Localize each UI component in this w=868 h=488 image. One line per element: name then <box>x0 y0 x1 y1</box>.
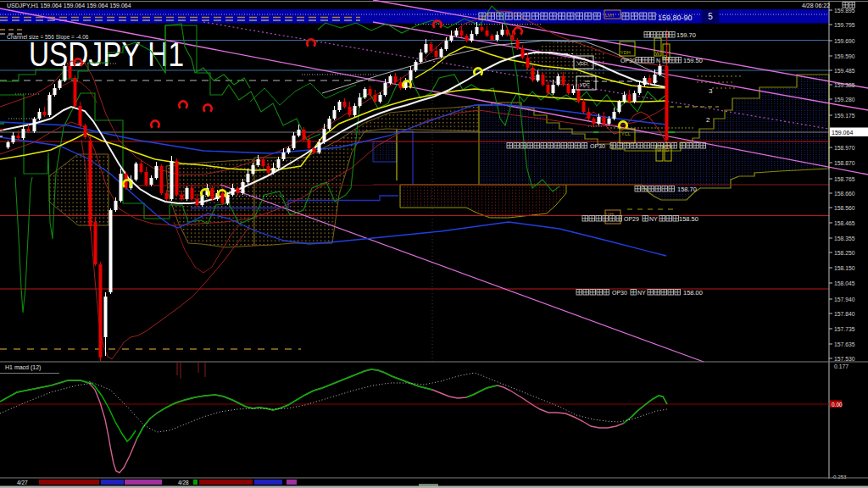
svg-text:158.560: 158.560 <box>834 205 855 211</box>
svg-text:VDC: VDC <box>580 82 590 87</box>
svg-text:158.465: 158.465 <box>834 220 855 226</box>
svg-text:159.70: 159.70 <box>676 31 696 39</box>
svg-text:159.485: 159.485 <box>834 68 855 74</box>
svg-text:-0.253: -0.253 <box>832 474 847 480</box>
svg-text:LVHL: LVHL <box>606 213 615 217</box>
svg-text:H1 macd (12): H1 macd (12) <box>5 364 41 371</box>
svg-text:157.635: 157.635 <box>834 341 855 347</box>
svg-text:158.355: 158.355 <box>834 236 855 241</box>
svg-text:159.385: 159.385 <box>834 82 855 88</box>
svg-text:157.530: 157.530 <box>834 356 855 362</box>
svg-text:157.940: 157.940 <box>834 297 855 302</box>
svg-text:158.00: 158.00 <box>683 289 703 297</box>
svg-text:159.590: 159.590 <box>834 53 855 59</box>
svg-text:LVH: LVH <box>605 13 614 18</box>
svg-text:NY: NY <box>649 216 658 222</box>
svg-text:157.735: 157.735 <box>834 326 855 332</box>
svg-text:159.50: 159.50 <box>683 57 703 64</box>
svg-text:VDO: VDO <box>577 61 588 66</box>
svg-text:3: 3 <box>709 87 713 95</box>
svg-text:5: 5 <box>708 12 713 21</box>
svg-text:Channel size = 556 Slope = -4.: Channel size = 556 Slope = -4.06 <box>7 34 89 41</box>
svg-text:159.795: 159.795 <box>834 22 855 28</box>
svg-text:158.50: 158.50 <box>679 215 698 223</box>
svg-text:159.690: 159.690 <box>834 38 855 44</box>
svg-text:159.280: 159.280 <box>834 97 855 103</box>
svg-text:4/28 06:22: 4/28 06:22 <box>802 3 830 8</box>
svg-text:YDH: YDH <box>620 50 631 55</box>
svg-text:4/28: 4/28 <box>178 480 189 485</box>
svg-text:OP30: OP30 <box>590 143 605 149</box>
svg-text:0.00: 0.00 <box>832 402 843 408</box>
svg-text:YCL: YCL <box>621 131 631 136</box>
svg-text:158.045: 158.045 <box>834 280 855 286</box>
svg-text:OP30: OP30 <box>612 290 627 296</box>
svg-text:158.70: 158.70 <box>677 186 697 193</box>
svg-text:0.177: 0.177 <box>834 363 849 369</box>
svg-text:OP29: OP29 <box>624 216 639 222</box>
svg-text:N: N <box>656 58 660 64</box>
svg-text:OP30: OP30 <box>620 58 636 64</box>
svg-text:158.660: 158.660 <box>834 191 855 197</box>
svg-text:4/27: 4/27 <box>17 480 28 485</box>
svg-text:158.970: 158.970 <box>834 145 855 151</box>
svg-text:2: 2 <box>706 116 710 124</box>
svg-text:159.064: 159.064 <box>832 130 853 136</box>
svg-text:W: W <box>655 51 660 56</box>
svg-text:USDJPY,H1 159.064 159.064 159: USDJPY,H1 159.064 159.064 159.064 159.06… <box>7 3 131 8</box>
svg-text:158.870: 158.870 <box>834 160 855 166</box>
svg-text:158.150: 158.150 <box>834 265 855 271</box>
svg-text:159,80-90: 159,80-90 <box>658 14 693 22</box>
svg-text:158.765: 158.765 <box>834 176 855 182</box>
svg-text:158.250: 158.250 <box>834 250 855 256</box>
svg-text:157.840: 157.840 <box>834 311 855 317</box>
svg-text:159.175: 159.175 <box>834 113 855 119</box>
svg-text:NY: NY <box>637 290 646 296</box>
svg-text:159.895: 159.895 <box>834 8 855 14</box>
